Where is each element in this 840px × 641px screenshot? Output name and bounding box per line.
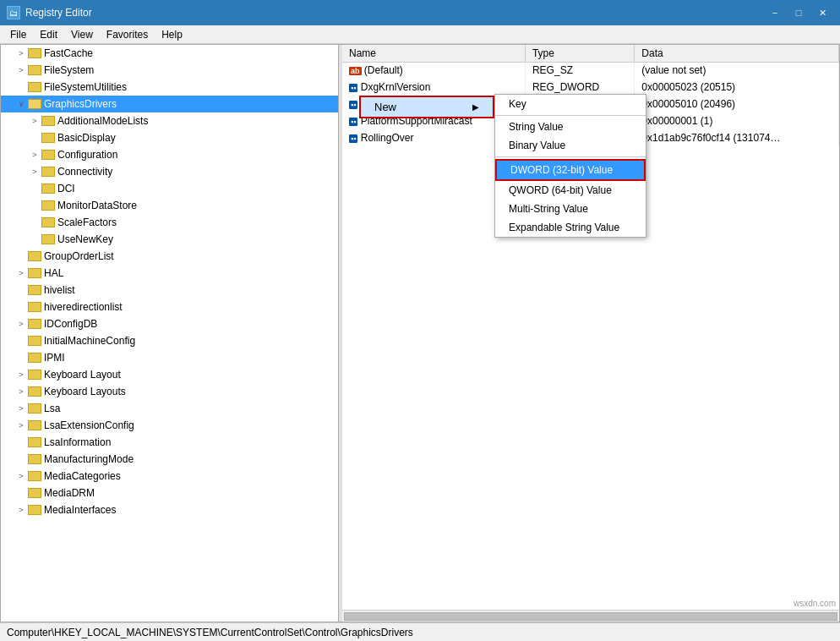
tree-item-ipmi[interactable]: IPMI — [1, 349, 338, 366]
folder-icon-ipmi — [28, 353, 41, 363]
menu-file[interactable]: File — [3, 27, 33, 42]
folder-icon-lsainformation — [28, 437, 41, 447]
tree-label-basicdisplay: BasicDisplay — [57, 132, 116, 144]
hscroll[interactable] — [342, 610, 839, 622]
tree-item-filesystemutilities[interactable]: FileSystemUtilities — [1, 79, 338, 96]
tree-label-graphicsdrivers: GraphicsDrivers — [44, 98, 117, 110]
submenu-item-qwordvalue[interactable]: QWORD (64-bit) Value — [495, 181, 646, 200]
tree-toggle-additionalmodelists[interactable]: > — [28, 117, 41, 125]
tree-item-hivelist[interactable]: hivelist — [1, 282, 338, 299]
tree-toggle-mediacategories[interactable]: > — [14, 472, 28, 480]
folder-icon-hal — [28, 268, 41, 278]
folder-icon-manufacturingmode — [28, 454, 41, 464]
tree-toggle-lsa[interactable]: > — [14, 404, 28, 413]
tree-item-manufacturingmode[interactable]: ManufacturingMode — [1, 451, 338, 468]
close-button[interactable]: ✕ — [811, 3, 833, 22]
folder-icon-idconfigdb — [28, 319, 41, 329]
tree-item-lsaextensionconfig[interactable]: >LsaExtensionConfig — [1, 417, 338, 434]
hscroll-thumb[interactable] — [344, 612, 837, 621]
tree-item-basicdisplay[interactable]: BasicDisplay — [1, 129, 338, 146]
tree-item-grouporderlist[interactable]: GroupOrderList — [1, 248, 338, 265]
tree-label-keyboardlayouts: Keyboard Layouts — [44, 386, 126, 397]
tree-label-keyboardlayout: Keyboard Layout — [44, 369, 121, 381]
tree-item-usenewkey[interactable]: UseNewKey — [1, 231, 338, 248]
type-badge-platformsupportmiracast: ▪▪ — [349, 118, 357, 126]
new-label: New — [374, 101, 396, 113]
cell-data-default: (value not set) — [635, 62, 839, 79]
tree-item-filesystem[interactable]: >FileSystem — [1, 62, 338, 79]
submenu-item-binaryvalue[interactable]: Binary Value — [495, 136, 646, 155]
tree-label-idconfigdb: IDConfigDB — [44, 318, 97, 330]
tree-toggle-graphicsdrivers[interactable]: ∨ — [14, 100, 28, 108]
tree-item-hal[interactable]: >HAL — [1, 265, 338, 282]
right-pane: Name Type Data ab (Default)REG_SZ(value … — [342, 45, 839, 610]
tree-item-scalefactors[interactable]: ScaleFactors — [1, 214, 338, 231]
tree-toggle-hal[interactable]: > — [14, 269, 28, 277]
submenu-item-stringvalue[interactable]: String Value — [495, 118, 646, 136]
tree-item-connectivity[interactable]: >Connectivity — [1, 163, 338, 180]
tree-toggle-keyboardlayout[interactable]: > — [14, 370, 28, 379]
type-badge-rollingover: ▪▪ — [349, 134, 357, 143]
tree-pane[interactable]: >FastCache>FileSystemFileSystemUtilities… — [1, 45, 339, 622]
folder-icon-mediainterfaces — [28, 505, 41, 515]
tree-item-mediacategories[interactable]: >MediaCategories — [1, 468, 338, 485]
col-type: Type — [525, 45, 634, 62]
tree-item-configuration[interactable]: >Configuration — [1, 146, 338, 163]
cell-data-dxgkrnlversion: 0x00005023 (20515) — [635, 79, 839, 96]
tree-label-filesystem: FileSystem — [44, 64, 94, 76]
tree-toggle-mediainterfaces[interactable]: > — [14, 506, 28, 514]
menu-help[interactable]: Help — [155, 27, 189, 42]
titlebar-controls: − □ ✕ — [764, 3, 833, 22]
submenu-item-expandablestringvalue[interactable]: Expandable String Value — [495, 218, 646, 237]
menu-favorites[interactable]: Favorites — [100, 27, 155, 42]
tree-item-lsa[interactable]: >Lsa — [1, 400, 338, 417]
maximize-button[interactable]: □ — [788, 3, 810, 22]
tree-item-fastcache[interactable]: >FastCache — [1, 45, 338, 62]
tree-toggle-idconfigdb[interactable]: > — [14, 320, 28, 328]
tree-label-grouporderlist: GroupOrderList — [44, 250, 114, 262]
submenu-item-dwordvalue[interactable]: DWORD (32-bit) Value — [495, 159, 646, 181]
table-row[interactable]: ab (Default)REG_SZ(value not set) — [342, 62, 839, 79]
cell-type-dxgkrnlversion: REG_DWORD — [525, 79, 634, 96]
tree-toggle-configuration[interactable]: > — [28, 151, 41, 159]
tree-item-lsainformation[interactable]: LsaInformation — [1, 434, 338, 451]
minimize-button[interactable]: − — [764, 3, 786, 22]
pane-inner: Name Type Data ab (Default)REG_SZ(value … — [342, 45, 839, 610]
tree-item-keyboardlayouts[interactable]: >Keyboard Layouts — [1, 383, 338, 400]
tree-toggle-lsaextensionconfig[interactable]: > — [14, 421, 28, 430]
tree-label-dci: DCI — [57, 183, 75, 194]
folder-icon-basicdisplay — [41, 133, 55, 143]
tree-toggle-keyboardlayouts[interactable]: > — [14, 387, 28, 396]
tree-label-lsaextensionconfig: LsaExtensionConfig — [44, 419, 134, 431]
tree-item-dci[interactable]: DCI — [1, 180, 338, 197]
context-menu-overlay: New ▶ KeyString ValueBinary ValueDWORD (… — [359, 96, 646, 238]
menu-view[interactable]: View — [64, 27, 100, 42]
tree-label-mediacategories: MediaCategories — [44, 470, 121, 482]
cell-name-dxgkrnlversion: ▪▪ DxgKrnlVersion — [342, 79, 525, 96]
folder-icon-mediacategories — [28, 471, 41, 481]
cell-data-platformsupportmiracast: 0x00000001 (1) — [635, 112, 839, 129]
folder-icon-hivelist — [28, 285, 41, 295]
new-button[interactable]: New ▶ — [359, 96, 494, 118]
submenu-item-key[interactable]: Key — [495, 95, 646, 113]
tree-item-mediainterfaces[interactable]: >MediaInterfaces — [1, 501, 338, 518]
table-row[interactable]: ▪▪ DxgKrnlVersionREG_DWORD0x00005023 (20… — [342, 79, 839, 96]
submenu-item-multistringvalue[interactable]: Multi-String Value — [495, 200, 646, 218]
tree-label-mediadrm: MediaDRM — [44, 487, 95, 499]
tree-toggle-fastcache[interactable]: > — [14, 49, 28, 58]
menu-edit[interactable]: Edit — [33, 27, 64, 42]
new-arrow: ▶ — [472, 102, 479, 112]
tree-item-graphicsdrivers[interactable]: ∨GraphicsDrivers — [1, 96, 338, 112]
type-badge-mindxgkrnlversion: ▪▪ — [349, 101, 357, 109]
tree-item-idconfigdb[interactable]: >IDConfigDB — [1, 315, 338, 332]
tree-item-mediadrm[interactable]: MediaDRM — [1, 485, 338, 501]
tree-item-additionalmodelists[interactable]: >AdditionalModeLists — [1, 112, 338, 129]
tree-item-keyboardlayout[interactable]: >Keyboard Layout — [1, 366, 338, 383]
tree-item-initialmachineconfig[interactable]: InitialMachineConfig — [1, 332, 338, 349]
tree-item-monitordatastore[interactable]: MonitorDataStore — [1, 197, 338, 214]
tree-toggle-filesystem[interactable]: > — [14, 66, 28, 74]
tree-toggle-connectivity[interactable]: > — [28, 167, 41, 176]
titlebar: 🗂 Registry Editor − □ ✕ — [0, 0, 840, 25]
folder-icon-keyboardlayouts — [28, 386, 41, 397]
tree-item-hiveredirectionlist[interactable]: hiveredirectionlist — [1, 299, 338, 315]
